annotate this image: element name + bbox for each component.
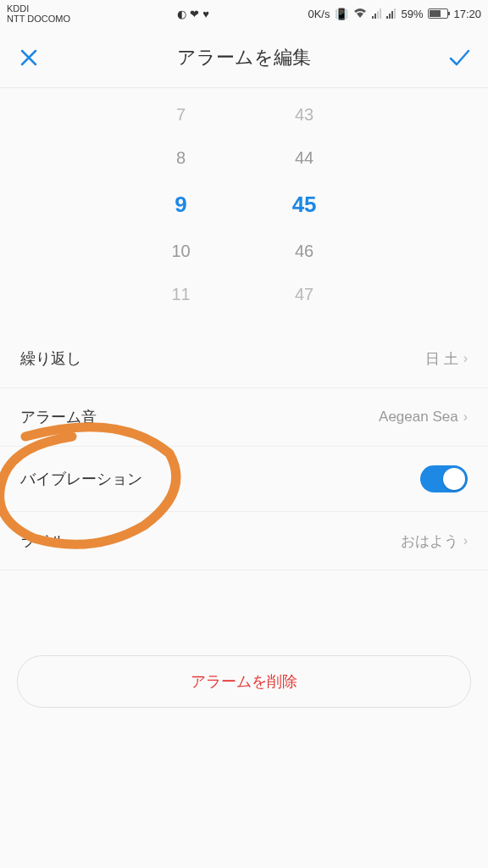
status-right: 0K/s 📳 59% 17:20 [308, 8, 481, 20]
status-time: 17:20 [453, 8, 481, 20]
close-button[interactable] [17, 46, 41, 70]
signal-icon-1 [372, 8, 381, 19]
vibration-toggle[interactable] [420, 465, 468, 492]
battery-percent: 59% [401, 8, 423, 20]
picker-minute: 44 [295, 148, 313, 168]
chevron-right-icon: › [463, 533, 468, 548]
picker-hour: 10 [171, 242, 190, 261]
picker-minute: 47 [295, 285, 313, 304]
picker-minute: 43 [295, 105, 313, 125]
page-title: アラームを編集 [177, 45, 311, 70]
signal-icon-2 [386, 8, 396, 19]
time-picker[interactable]: 7 8 9 10 11 43 44 45 46 47 [0, 88, 488, 330]
carrier-2: NTT DOCOMO [7, 14, 70, 24]
picker-hour: 8 [176, 148, 186, 168]
alarm-sound-label: アラーム音 [20, 407, 97, 427]
repeat-label: 繰り返し [20, 348, 81, 369]
vibrate-icon: 📳 [335, 8, 348, 20]
chevron-right-icon: › [463, 351, 468, 366]
header: アラームを編集 [0, 27, 488, 88]
status-carrier: KDDI NTT DOCOMO [7, 3, 70, 24]
chevron-right-icon: › [463, 409, 468, 425]
label-row-value: おはよう › [401, 531, 468, 551]
heart-icon: ♥ [202, 8, 209, 20]
hour-picker[interactable]: 7 8 9 10 11 [171, 105, 190, 304]
clock-icon: ◐ [177, 8, 186, 20]
vibration-row[interactable]: バイブレーション [0, 447, 488, 512]
status-icons-left: ◐ ❤ ♥ [177, 8, 209, 20]
carrier-1: KDDI [7, 3, 70, 14]
label-row-label: ラベル [20, 531, 66, 551]
picker-minute-selected: 45 [292, 192, 317, 218]
toggle-knob [443, 468, 465, 490]
alarm-sound-row[interactable]: アラーム音 Aegean Sea › [0, 388, 488, 447]
picker-hour-selected: 9 [175, 192, 186, 218]
status-bar: KDDI NTT DOCOMO ◐ ❤ ♥ 0K/s 📳 59% 17:20 [0, 0, 488, 27]
data-rate: 0K/s [308, 8, 330, 20]
picker-hour: 11 [171, 285, 190, 304]
minute-picker[interactable]: 43 44 45 46 47 [292, 105, 317, 304]
heart-rate-icon: ❤ [190, 8, 199, 20]
vibration-label: バイブレーション [20, 469, 142, 489]
wifi-icon [353, 8, 367, 20]
repeat-row[interactable]: 繰り返し 日 土 › [0, 330, 488, 388]
battery-icon [428, 8, 448, 19]
repeat-value: 日 土 › [425, 349, 468, 369]
label-row[interactable]: ラベル おはよう › [0, 512, 488, 570]
picker-minute: 46 [295, 242, 313, 261]
settings-list: 繰り返し 日 土 › アラーム音 Aegean Sea › バイブレーション ラ… [0, 330, 488, 570]
picker-hour: 7 [176, 105, 186, 125]
delete-alarm-button[interactable]: アラームを削除 [17, 655, 471, 708]
alarm-sound-value: Aegean Sea › [379, 409, 468, 426]
confirm-button[interactable] [447, 46, 471, 70]
